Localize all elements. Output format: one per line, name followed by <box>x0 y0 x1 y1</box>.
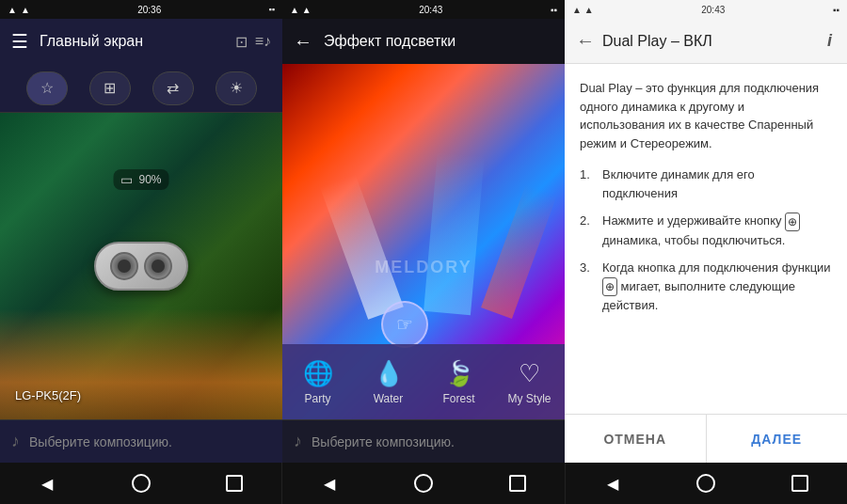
effect-buttons-bar: 🌐 Party 💧 Water 🍃 Forest ♡ My Style <box>282 344 565 419</box>
step-1: 1. Включите динамик для его подключения <box>580 165 832 202</box>
battery-indicator: ▭ 90% <box>113 169 168 190</box>
battery-icon-2: ▪▪ <box>551 5 557 15</box>
step-2-text: Нажмите и удерживайте кнопку ⊕ динамика,… <box>602 212 832 249</box>
panel-main: ▲ ▲ 20:36 ▪▪ ☰ Главный экран ⊡ ≡♪ ☆ ⊞ <box>0 0 282 463</box>
party-label: Party <box>304 392 330 405</box>
water-icon: 💧 <box>374 359 404 388</box>
step2-icon: ⊕ <box>785 213 800 231</box>
battery-icon-1: ▪▪ <box>269 5 275 14</box>
panel-dualplay: ▲ ▲ 20:43 ▪▪ ← Dual Play – ВКЛ i Dual Pl… <box>565 0 847 463</box>
navigation-bar: ◀ ◀ ◀ <box>0 463 847 504</box>
time-2: 20:43 <box>419 5 442 15</box>
wifi-status-1: ▲ <box>8 5 17 15</box>
battery-percentage: 90% <box>138 173 161 186</box>
step-1-text: Включите динамик для его подключения <box>602 165 832 202</box>
shuffle-button[interactable]: ⇄ <box>152 71 194 105</box>
home-nav-1[interactable] <box>130 472 152 495</box>
page-title-3: Dual Play – ВКЛ <box>602 33 816 50</box>
recent-square-icon-1 <box>226 475 243 492</box>
back-arrow-icon-1: ◀ <box>41 475 53 493</box>
main-content-1: ▭ 90% LG-PK5(2F) <box>0 113 282 419</box>
back-button-2[interactable]: ← <box>294 31 312 53</box>
eq-icon: ⊞ <box>104 79 116 97</box>
brightness-button[interactable]: ☀ <box>216 71 257 105</box>
step-3: 3. Когда кнопка для подключения функции … <box>580 259 832 315</box>
forest-label: Forest <box>442 392 474 405</box>
page-title-1: Главный экран <box>40 33 224 50</box>
mystyle-icon: ♡ <box>519 359 540 388</box>
back-nav-3[interactable]: ◀ <box>601 472 624 495</box>
description-text: Dual Play – это функция для подключения … <box>580 79 832 152</box>
equalizer-button[interactable]: ⊞ <box>89 71 131 105</box>
nav-section-1: ◀ <box>0 463 282 504</box>
speaker-grille-left <box>110 252 138 280</box>
forest-icon: 🍃 <box>444 359 474 388</box>
control-bar: ☆ ⊞ ⇄ ☀ <box>0 64 282 113</box>
battery-icon-3: ▪▪ <box>833 5 839 15</box>
cast-icon[interactable]: ⊡ <box>235 33 248 51</box>
speaker-device <box>94 242 188 291</box>
panel-lighting: ▲ ▲ 20:43 ▪▪ ← Эффект подсветки ☞ MELDOR… <box>282 0 565 463</box>
home-nav-2[interactable] <box>412 472 435 495</box>
home-circle-icon-2 <box>414 474 433 493</box>
toolbar-3: ← Dual Play – ВКЛ i <box>565 19 847 64</box>
step-3-text: Когда кнопка для подключения функции ⊕ м… <box>602 259 832 315</box>
menu-icon[interactable]: ☰ <box>11 30 28 53</box>
page-title-2: Эффект подсветки <box>324 33 553 50</box>
shuffle-icon: ⇄ <box>167 79 179 97</box>
info-button[interactable]: i <box>823 31 836 51</box>
next-button[interactable]: ДАЛЕЕ <box>707 415 848 463</box>
time-3: 20:43 <box>701 5 725 15</box>
light-beam-1 <box>320 174 404 320</box>
nav-section-2: ◀ <box>282 463 565 504</box>
back-nav-2[interactable]: ◀ <box>318 472 341 495</box>
status-bar-1: ▲ ▲ 20:36 ▪▪ <box>0 0 282 19</box>
pick-track-text-2[interactable]: Выберите композицию. <box>312 434 455 449</box>
light-beam-3 <box>481 183 557 319</box>
back-button-3[interactable]: ← <box>576 30 595 52</box>
device-label: LG-PK5(2F) <box>15 388 81 402</box>
recent-nav-2[interactable] <box>506 472 529 495</box>
bluetooth-icon: ☆ <box>40 79 54 97</box>
status-bar-2: ▲ ▲ 20:43 ▪▪ <box>282 0 565 19</box>
status-bar-3: ▲ ▲ 20:43 ▪▪ <box>565 0 847 19</box>
main-content-2: ☞ MELDORY 🌐 Party 💧 Water 🍃 Forest ♡ My … <box>282 64 565 419</box>
wifi-status-2: ▲ <box>290 5 299 15</box>
step3-icon: ⊕ <box>602 277 617 296</box>
signal-status-1: ▲ <box>21 5 30 15</box>
wifi-status-3: ▲ <box>572 5 582 15</box>
toolbar-2: ← Эффект подсветки <box>282 19 565 64</box>
back-nav-1[interactable]: ◀ <box>36 472 58 495</box>
recent-nav-3[interactable] <box>789 472 811 495</box>
effect-mystyle-button[interactable]: ♡ My Style <box>494 359 565 405</box>
speaker-cone-right <box>152 260 165 273</box>
step-2: 2. Нажмите и удерживайте кнопку ⊕ динами… <box>580 212 832 249</box>
cancel-button[interactable]: ОТМЕНА <box>565 415 707 463</box>
signal-status-3: ▲ <box>584 5 594 15</box>
playlist-icon[interactable]: ≡♪ <box>255 33 271 51</box>
effect-water-button[interactable]: 💧 Water <box>353 359 424 405</box>
brightness-icon: ☀ <box>230 79 243 97</box>
home-nav-3[interactable] <box>695 472 717 495</box>
signal-status-2: ▲ <box>302 5 312 15</box>
effect-forest-button[interactable]: 🍃 Forest <box>424 359 494 405</box>
speaker-cone-left <box>118 260 131 273</box>
home-circle-icon-1 <box>132 474 151 493</box>
footer-3: ОТМЕНА ДАЛЕЕ <box>565 414 847 463</box>
pick-track-text-1[interactable]: Выберите композицию. <box>29 434 172 449</box>
effect-party-button[interactable]: 🌐 Party <box>282 359 353 405</box>
mystyle-label: My Style <box>507 392 551 405</box>
music-note-icon: ♪ <box>11 432 20 451</box>
recent-square-icon-2 <box>509 475 526 492</box>
party-icon: 🌐 <box>303 359 333 388</box>
music-note-icon-2: ♪ <box>294 432 302 451</box>
toolbar-1: ☰ Главный экран ⊡ ≡♪ <box>0 19 282 64</box>
nav-section-3: ◀ <box>566 463 847 504</box>
home-circle-icon-3 <box>696 474 715 493</box>
recent-nav-1[interactable] <box>223 472 246 495</box>
speaker-grille-right <box>144 252 172 280</box>
battery-level-icon: ▭ <box>120 172 133 187</box>
watermark: MELDORY <box>375 258 471 277</box>
bluetooth-button[interactable]: ☆ <box>26 71 68 105</box>
bottom-bar-1: ♪ Выберите композицию. <box>0 419 282 463</box>
